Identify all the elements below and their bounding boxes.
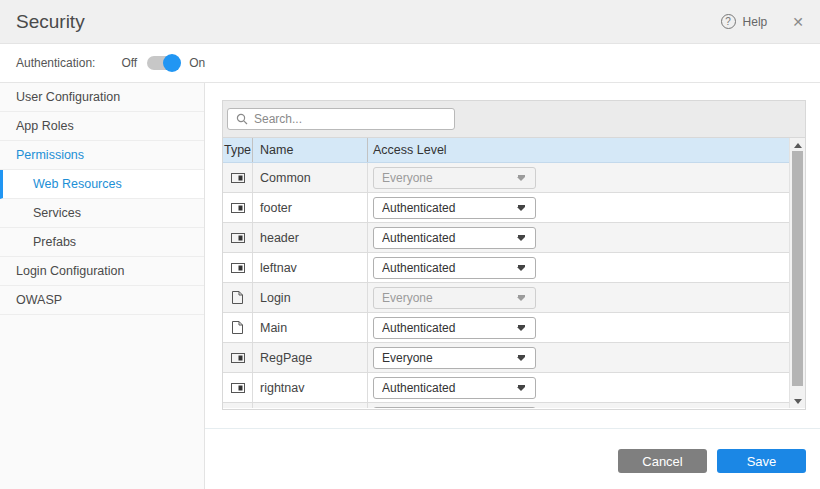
action-buttons: Cancel Save [205,449,820,473]
column-header-name: Name [253,138,368,162]
scroll-down-icon[interactable] [790,394,805,408]
table-row[interactable]: Login Everyone [223,283,789,313]
caret-down-icon [517,325,525,331]
access-level-cell: Authenticated [368,373,789,402]
access-level-cell: Everyone [368,343,789,372]
access-level-value: Authenticated [382,261,517,275]
content-area: User Configuration App Roles Permissions… [0,83,820,489]
sidebar-item-services[interactable]: Services [0,199,204,228]
sidebar-item-owasp[interactable]: OWASP [0,286,204,315]
access-level-select[interactable]: Authenticated [373,317,536,339]
resource-name: Login [253,283,368,312]
access-level-value: Authenticated [382,231,517,245]
sidebar-item-login-configuration[interactable]: Login Configuration [0,257,204,286]
column-header-type: Type [223,138,253,162]
access-level-value: Everyone [382,171,517,185]
table-row[interactable]: Common Everyone [223,163,789,193]
grid-body: Type Name Access Level Commo [223,138,805,408]
authentication-row: Authentication: Off On [0,44,820,83]
table-row[interactable]: Main Authenticated [223,313,789,343]
resource-type-cell [223,253,253,282]
security-dialog: Security ? Help ✕ Authentication: Off On… [0,0,820,489]
search-box[interactable] [227,108,455,130]
page-icon [232,321,243,334]
search-input[interactable] [254,112,446,126]
table-row[interactable]: RegPage Everyone [223,343,789,373]
access-level-cell: Everyone [368,283,789,312]
caret-down-icon [517,355,525,361]
access-level-select[interactable]: Everyone [373,347,536,369]
vertical-scrollbar[interactable] [789,138,805,408]
column-header-access: Access Level [368,138,789,162]
caret-down-icon [517,265,525,271]
table-row[interactable]: header Authenticated [223,223,789,253]
authentication-toggle[interactable] [147,56,179,70]
scrollbar-thumb[interactable] [792,151,803,386]
access-level-select[interactable]: Authenticated [373,197,536,219]
resource-name [253,403,368,408]
access-level-select[interactable]: Authenticated [373,377,536,399]
resources-grid: Type Name Access Level Commo [222,100,806,410]
access-level-select[interactable]: Everyone [373,287,536,309]
resource-type-cell [223,403,253,408]
access-level-select[interactable] [373,407,536,408]
resource-type-cell [223,343,253,372]
footer-divider [205,428,820,429]
grid-toolbar [223,101,805,138]
access-level-cell: Authenticated [368,193,789,222]
access-level-value: Everyone [382,291,517,305]
partial-page-icon [231,173,245,183]
close-icon[interactable]: ✕ [792,15,804,29]
access-level-cell [368,403,789,408]
resource-name: RegPage [253,343,368,372]
toggle-off-label: Off [121,56,137,70]
access-level-select[interactable]: Everyone [373,167,536,189]
access-level-cell: Authenticated [368,253,789,282]
titlebar: Security ? Help ✕ [0,0,820,44]
cancel-button[interactable]: Cancel [618,449,707,473]
table-body: Common Everyone footer [223,163,789,408]
main-panel: Type Name Access Level Commo [205,83,820,489]
caret-down-icon [517,205,525,211]
sidebar-item-app-roles[interactable]: App Roles [0,112,204,141]
access-level-cell: Authenticated [368,313,789,342]
partial-page-icon [231,203,245,213]
toggle-on-label: On [189,56,205,70]
partial-page-icon [231,383,245,393]
resource-type-cell [223,223,253,252]
table-row[interactable] [223,403,789,408]
scroll-up-icon[interactable] [790,138,805,152]
resource-name: footer [253,193,368,222]
sidebar-item-web-resources[interactable]: Web Resources [0,170,204,199]
titlebar-actions: ? Help ✕ [721,14,804,29]
access-level-select[interactable]: Authenticated [373,227,536,249]
help-link[interactable]: Help [743,15,768,29]
access-level-value: Authenticated [382,321,517,335]
access-level-value: Everyone [382,351,517,365]
access-level-value: Authenticated [382,381,517,395]
table-row[interactable]: footer Authenticated [223,193,789,223]
table-row[interactable]: rightnav Authenticated [223,373,789,403]
table-row[interactable]: leftnav Authenticated [223,253,789,283]
access-level-select[interactable]: Authenticated [373,257,536,279]
help-icon[interactable]: ? [721,14,736,29]
resource-type-cell [223,373,253,402]
resource-name: Common [253,163,368,192]
sidebar-item-prefabs[interactable]: Prefabs [0,228,204,257]
sidebar: User Configuration App Roles Permissions… [0,83,205,489]
caret-down-icon [517,385,525,391]
caret-down-icon [517,235,525,241]
caret-down-icon [517,175,525,181]
sidebar-item-user-configuration[interactable]: User Configuration [0,83,204,112]
caret-down-icon [517,295,525,301]
resource-name: leftnav [253,253,368,282]
sidebar-item-permissions[interactable]: Permissions [0,141,204,170]
page-icon [232,291,243,304]
page-title: Security [16,11,85,33]
access-level-cell: Authenticated [368,223,789,252]
search-icon [236,113,248,125]
resource-type-cell [223,163,253,192]
partial-page-icon [231,263,245,273]
resource-type-cell [223,193,253,222]
save-button[interactable]: Save [717,449,806,473]
